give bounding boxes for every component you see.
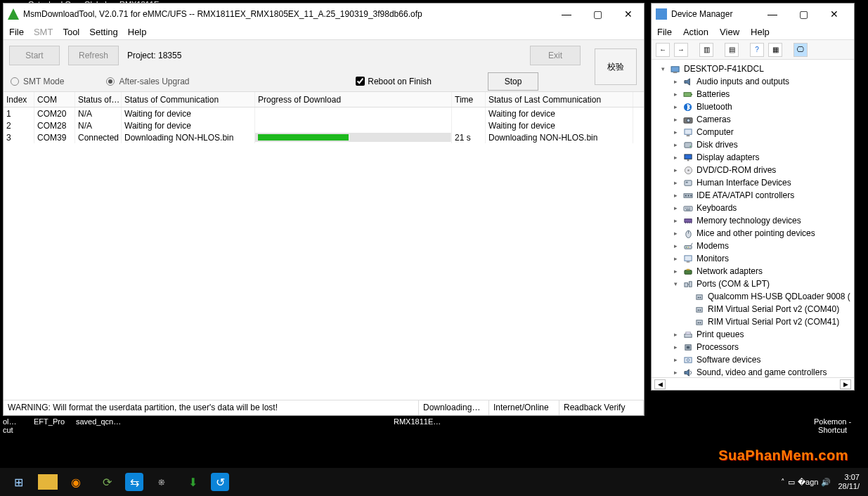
- chevron-right-icon[interactable]: ▸: [671, 227, 680, 240]
- minimize-button[interactable]: —: [551, 4, 582, 25]
- chevron-down-icon[interactable]: ▾: [671, 278, 680, 290]
- verify-button[interactable]: 校验: [595, 48, 637, 85]
- radio-aftersales[interactable]: After-sales Upgrad: [106, 77, 189, 86]
- col-progress[interactable]: Progress of Download: [255, 92, 452, 107]
- chevron-right-icon[interactable]: ▸: [671, 126, 680, 138]
- tree-child[interactable]: RIM Virtual Serial Port v2 (COM40): [653, 303, 853, 315]
- chevron-right-icon[interactable]: ▸: [671, 138, 680, 151]
- menu-smt[interactable]: SMT: [34, 27, 53, 37]
- teamviewer2-icon[interactable]: ↺: [211, 473, 229, 491]
- chevron-right-icon[interactable]: ▸: [671, 113, 680, 126]
- tree-node[interactable]: ▸Software devices: [653, 353, 853, 366]
- device-tree[interactable]: ▾DESKTOP-F41KDCL▸Audio inputs and output…: [652, 60, 854, 377]
- tree-node[interactable]: ▸Print queues: [653, 328, 853, 341]
- reboot-checkbox-input[interactable]: [356, 77, 365, 86]
- forward-icon[interactable]: →: [674, 43, 688, 57]
- tree-node[interactable]: ▸Audio inputs and outputs: [653, 75, 853, 88]
- chevron-right-icon[interactable]: ▸: [671, 252, 680, 265]
- dm-menu-help[interactable]: Help: [751, 27, 770, 37]
- scroll-right-icon[interactable]: ▶: [840, 379, 851, 389]
- back-icon[interactable]: ←: [656, 43, 670, 57]
- dm-minimize-button[interactable]: —: [757, 4, 788, 25]
- tree-node[interactable]: ▸Cameras: [653, 113, 853, 126]
- scroll-left-icon[interactable]: ◀: [654, 379, 666, 389]
- col-com[interactable]: COM: [34, 92, 75, 107]
- dm-menu-view[interactable]: View: [720, 27, 739, 37]
- chevron-right-icon[interactable]: ▸: [671, 265, 680, 278]
- chevron-right-icon[interactable]: ▸: [671, 88, 680, 100]
- desktop-icon-label[interactable]: RMX1811E…: [394, 417, 441, 426]
- tree-node[interactable]: ▸Batteries: [653, 88, 853, 100]
- tray-battery-icon[interactable]: ▭: [788, 478, 795, 487]
- dm-menu-action[interactable]: Action: [683, 27, 708, 37]
- col-time[interactable]: Time: [452, 92, 486, 107]
- chevron-right-icon[interactable]: ▸: [671, 151, 680, 164]
- col-status-of[interactable]: Status of…: [75, 92, 122, 107]
- help-icon[interactable]: ?: [750, 43, 764, 57]
- properties-icon[interactable]: ▤: [725, 43, 739, 57]
- dm-horizontal-scrollbar[interactable]: ◀ ▶: [652, 377, 854, 390]
- tree-node[interactable]: ▸Monitors: [653, 252, 853, 265]
- chevron-down-icon[interactable]: ▾: [659, 63, 667, 75]
- menu-setting[interactable]: Setting: [89, 27, 117, 37]
- table-row[interactable]: 1COM20N/AWaiting for deviceWaiting for d…: [4, 107, 644, 119]
- chevron-right-icon[interactable]: ▸: [671, 189, 680, 202]
- close-button[interactable]: ✕: [613, 4, 644, 25]
- tray-wifi-icon[interactable]: �agn: [798, 478, 818, 487]
- tree-node[interactable]: ▸Bluetooth: [653, 100, 853, 113]
- tree-root[interactable]: ▾DESKTOP-F41KDCL: [653, 63, 853, 75]
- dm-close-button[interactable]: ✕: [819, 4, 850, 25]
- menu-file[interactable]: File: [9, 27, 24, 37]
- dm-titlebar[interactable]: Device Manager — ▢ ✕: [652, 4, 854, 25]
- tree-node[interactable]: ▸Human Interface Devices: [653, 176, 853, 189]
- tree-node[interactable]: ▸Keyboards: [653, 202, 853, 214]
- chevron-right-icon[interactable]: ▸: [671, 75, 680, 88]
- tray-up-icon[interactable]: ˄: [781, 478, 785, 487]
- desktop-icon-label[interactable]: saved_qcn…: [76, 417, 121, 426]
- refresh-button[interactable]: Refresh: [68, 46, 119, 65]
- tree-node[interactable]: ▸Processors: [653, 341, 853, 353]
- tree-node[interactable]: ▸Mice and other pointing devices: [653, 227, 853, 240]
- radio-smt-mode[interactable]: SMT Mode: [11, 77, 64, 86]
- firefox-icon[interactable]: ◉: [63, 471, 89, 493]
- taskbar-clock[interactable]: 3:07 28/11/: [834, 473, 864, 491]
- chevron-right-icon[interactable]: ▸: [671, 202, 680, 214]
- teamviewer-icon[interactable]: ⇆: [125, 473, 143, 491]
- dm-maximize-button[interactable]: ▢: [788, 4, 819, 25]
- start-button[interactable]: Start: [9, 46, 60, 65]
- scan-hardware-icon[interactable]: ▦: [768, 43, 782, 57]
- file-explorer-icon[interactable]: [38, 474, 58, 490]
- tree-node[interactable]: ▸IDE ATA/ATAPI controllers: [653, 189, 853, 202]
- download-icon[interactable]: ⬇: [180, 471, 205, 493]
- tree-node[interactable]: ▸Memory technology devices: [653, 214, 853, 227]
- chevron-right-icon[interactable]: ▸: [671, 240, 680, 252]
- col-status-comm[interactable]: Status of Communication: [122, 92, 255, 107]
- tree-node[interactable]: ▸DVD/CD-ROM drives: [653, 164, 853, 176]
- tree-node[interactable]: ▸Network adapters: [653, 265, 853, 278]
- chevron-right-icon[interactable]: ▸: [671, 176, 680, 189]
- reboot-on-finish-checkbox[interactable]: Reboot on Finish: [356, 77, 432, 86]
- show-hide-tree-icon[interactable]: ▥: [699, 43, 713, 57]
- app-icon-gray[interactable]: ⎈: [149, 471, 174, 493]
- col-last-comm[interactable]: Status of Last Communication: [486, 92, 633, 107]
- tree-node[interactable]: ▸Sound, video and game controllers: [653, 366, 853, 377]
- chevron-right-icon[interactable]: ▸: [671, 164, 680, 176]
- desktop-icon-label[interactable]: EFT_Pro: [34, 417, 65, 426]
- stop-button[interactable]: Stop: [488, 72, 538, 91]
- tree-node[interactable]: ▾Ports (COM & LPT): [653, 278, 853, 290]
- titlebar[interactable]: MsmDownloadTool, V2.0.71 for eMMC/UFS --…: [4, 4, 644, 25]
- menu-help[interactable]: Help: [128, 27, 147, 37]
- exit-button[interactable]: Exit: [530, 46, 581, 65]
- chevron-right-icon[interactable]: ▸: [671, 214, 680, 227]
- taskbar[interactable]: ⊞ ◉ ⟳ ⇆ ⎈ ⬇ ↺ ˄ ▭ �agn 🔊 3:07 28/11/: [0, 468, 868, 496]
- chevron-right-icon[interactable]: ▸: [671, 353, 680, 366]
- table-row[interactable]: 3COM39ConnectedDownloading NON-HLOS.bin2…: [4, 131, 644, 143]
- show-hidden-icon[interactable]: 🖵: [793, 43, 808, 57]
- tree-child[interactable]: Qualcomm HS-USB QDLoader 9008 (: [653, 290, 853, 303]
- col-index[interactable]: Index: [4, 92, 34, 107]
- desktop-icon-label[interactable]: Pokemon - Shortcut: [814, 417, 851, 434]
- menu-tool[interactable]: Tool: [63, 27, 79, 37]
- tree-node[interactable]: ▸Computer: [653, 126, 853, 138]
- desktop-icon-label[interactable]: ol… cut: [3, 417, 17, 434]
- start-button-icon[interactable]: ⊞: [4, 471, 32, 493]
